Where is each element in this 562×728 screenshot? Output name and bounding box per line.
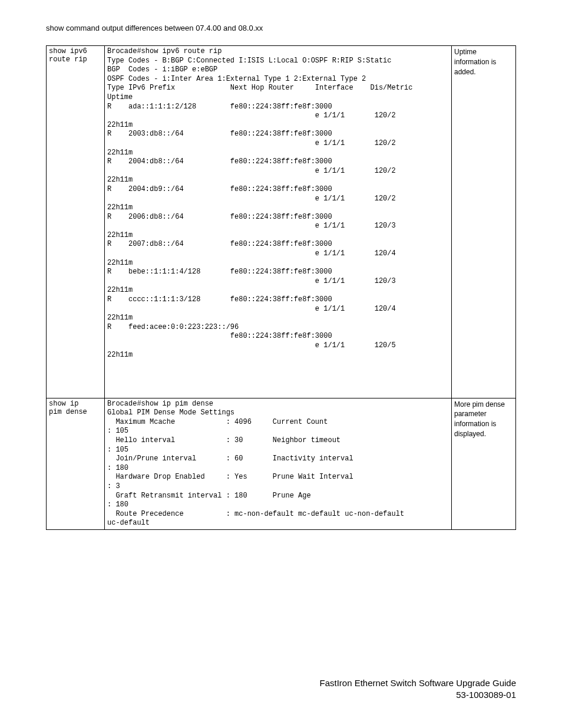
footer-line-1: FastIron Ethernet Switch Software Upgrad… <box>46 677 516 689</box>
output-cell: Brocade#show ipv6 route rip Type Codes -… <box>105 46 452 398</box>
output-cell: Brocade#show ip pim dense Global PIM Den… <box>105 398 452 529</box>
footer-line-2: 53-1003089-01 <box>46 689 516 701</box>
diff-table: show ipv6 route rip Brocade#show ipv6 ro… <box>46 45 516 530</box>
table-row: show ip pim dense Brocade#show ip pim de… <box>47 398 516 529</box>
table-row: show ipv6 route rip Brocade#show ipv6 ro… <box>47 46 516 398</box>
note-cell: Uptime information is added. <box>452 46 516 398</box>
command-cell: show ipv6 route rip <box>47 46 105 398</box>
page-title: show command output differences between … <box>46 24 263 32</box>
command-cell: show ip pim dense <box>47 398 105 529</box>
page-footer: FastIron Ethernet Switch Software Upgrad… <box>46 677 516 701</box>
page-header: show command output differences between … <box>46 24 516 32</box>
note-cell: More pim dense parameter information is … <box>452 398 516 529</box>
